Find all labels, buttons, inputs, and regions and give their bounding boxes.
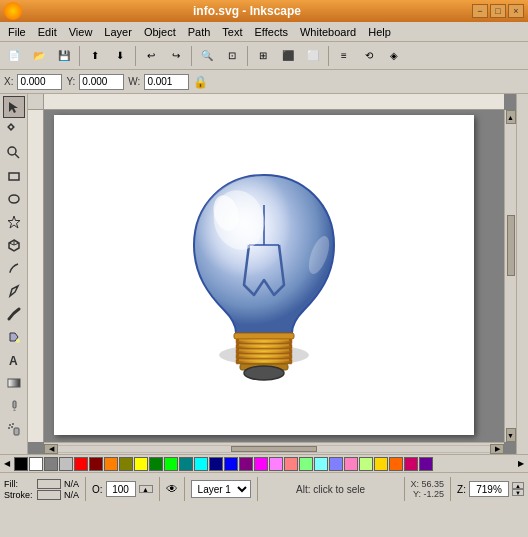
y-coord-display: Y: -1.25 — [411, 489, 445, 499]
color-swatch-11[interactable] — [179, 457, 193, 471]
color-swatch-15[interactable] — [239, 457, 253, 471]
canvas-scroll-area[interactable] — [44, 110, 504, 442]
color-swatch-0[interactable] — [14, 457, 28, 471]
zoom-fit-button[interactable]: ⊡ — [220, 44, 244, 68]
y-input[interactable] — [79, 74, 124, 90]
color-swatch-13[interactable] — [209, 457, 223, 471]
color-swatch-8[interactable] — [134, 457, 148, 471]
save-button[interactable]: 💾 — [52, 44, 76, 68]
color-swatch-17[interactable] — [269, 457, 283, 471]
minimize-button[interactable]: − — [472, 4, 488, 18]
transform-button[interactable]: ⟲ — [357, 44, 381, 68]
paint-tool[interactable] — [3, 326, 25, 348]
ellipse-tool[interactable] — [3, 188, 25, 210]
color-swatch-6[interactable] — [104, 457, 118, 471]
import-button[interactable]: ⬆ — [83, 44, 107, 68]
window-title: info.svg - Inkscape — [22, 4, 472, 18]
color-swatch-5[interactable] — [89, 457, 103, 471]
opacity-input[interactable] — [106, 481, 136, 497]
node-tool[interactable] — [3, 119, 25, 141]
color-swatch-12[interactable] — [194, 457, 208, 471]
color-swatch-14[interactable] — [224, 457, 238, 471]
group-button[interactable]: ⬛ — [276, 44, 300, 68]
fill-color-box[interactable] — [37, 479, 61, 489]
color-swatch-27[interactable] — [419, 457, 433, 471]
hscroll-track[interactable] — [58, 445, 490, 453]
calligraphy-tool[interactable] — [3, 303, 25, 325]
color-swatch-4[interactable] — [74, 457, 88, 471]
visibility-icon[interactable]: 👁 — [166, 482, 178, 496]
select-all-button[interactable]: ⊞ — [251, 44, 275, 68]
color-swatch-3[interactable] — [59, 457, 73, 471]
color-swatch-7[interactable] — [119, 457, 133, 471]
menu-item-view[interactable]: View — [63, 24, 99, 40]
maximize-button[interactable]: □ — [490, 4, 506, 18]
new-button[interactable]: 📄 — [2, 44, 26, 68]
lock-icon[interactable]: 🔒 — [193, 75, 208, 89]
color-swatch-23[interactable] — [359, 457, 373, 471]
zoom-down-button[interactable]: ▼ — [512, 489, 524, 496]
stroke-color-box[interactable] — [37, 490, 61, 500]
ungroup-button[interactable]: ⬜ — [301, 44, 325, 68]
star-tool[interactable] — [3, 211, 25, 233]
open-button[interactable]: 📂 — [27, 44, 51, 68]
align-button[interactable]: ≡ — [332, 44, 356, 68]
menu-item-object[interactable]: Object — [138, 24, 182, 40]
select-tool[interactable] — [3, 96, 25, 118]
zoom-up-button[interactable]: ▲ — [512, 482, 524, 489]
scroll-up-button[interactable]: ▲ — [506, 110, 516, 124]
color-swatch-21[interactable] — [329, 457, 343, 471]
color-swatch-19[interactable] — [299, 457, 313, 471]
vscroll-thumb[interactable] — [507, 215, 515, 276]
w-input[interactable] — [144, 74, 189, 90]
color-swatch-25[interactable] — [389, 457, 403, 471]
gradient-tool[interactable] — [3, 372, 25, 394]
menu-item-help[interactable]: Help — [362, 24, 397, 40]
menu-item-layer[interactable]: Layer — [98, 24, 138, 40]
menu-item-edit[interactable]: Edit — [32, 24, 63, 40]
zoom-in-button[interactable]: 🔍 — [195, 44, 219, 68]
color-swatch-20[interactable] — [314, 457, 328, 471]
hscroll-thumb[interactable] — [231, 446, 317, 452]
redo-button[interactable]: ↪ — [164, 44, 188, 68]
palette-scroll-right[interactable]: ▶ — [514, 455, 528, 473]
drawing-canvas[interactable] — [54, 115, 474, 435]
text-tool[interactable]: A — [3, 349, 25, 371]
horizontal-scrollbar[interactable]: ◀ ▶ — [44, 442, 504, 454]
color-swatch-9[interactable] — [149, 457, 163, 471]
color-swatch-22[interactable] — [344, 457, 358, 471]
zoom-input[interactable] — [469, 481, 509, 497]
menu-item-text[interactable]: Text — [216, 24, 248, 40]
menu-item-effects[interactable]: Effects — [249, 24, 294, 40]
menu-item-path[interactable]: Path — [182, 24, 217, 40]
x-input[interactable] — [17, 74, 62, 90]
color-swatch-24[interactable] — [374, 457, 388, 471]
color-swatch-18[interactable] — [284, 457, 298, 471]
color-swatch-10[interactable] — [164, 457, 178, 471]
pen-tool[interactable] — [3, 280, 25, 302]
menu-item-whiteboard[interactable]: Whiteboard — [294, 24, 362, 40]
scroll-down-button[interactable]: ▼ — [506, 428, 516, 442]
palette-scroll-left[interactable]: ◀ — [0, 455, 14, 473]
zoom-tool[interactable] — [3, 142, 25, 164]
color-swatch-26[interactable] — [404, 457, 418, 471]
close-button[interactable]: × — [508, 4, 524, 18]
spray-tool[interactable] — [3, 418, 25, 440]
color-swatch-2[interactable] — [44, 457, 58, 471]
opacity-up[interactable]: ▲ — [139, 485, 153, 493]
vertical-scrollbar[interactable]: ▲ ▼ — [504, 110, 516, 442]
nodes-button[interactable]: ◈ — [382, 44, 406, 68]
undo-button[interactable]: ↩ — [139, 44, 163, 68]
color-swatch-16[interactable] — [254, 457, 268, 471]
rect-tool[interactable] — [3, 165, 25, 187]
color-swatch-1[interactable] — [29, 457, 43, 471]
layer-select[interactable]: Layer 1 — [191, 480, 251, 498]
pencil-tool[interactable] — [3, 257, 25, 279]
vscroll-track[interactable] — [507, 124, 515, 428]
dropper-tool[interactable] — [3, 395, 25, 417]
3d-tool[interactable] — [3, 234, 25, 256]
scroll-right-button[interactable]: ▶ — [490, 444, 504, 454]
scroll-left-button[interactable]: ◀ — [44, 444, 58, 454]
menu-item-file[interactable]: File — [2, 24, 32, 40]
export-button[interactable]: ⬇ — [108, 44, 132, 68]
